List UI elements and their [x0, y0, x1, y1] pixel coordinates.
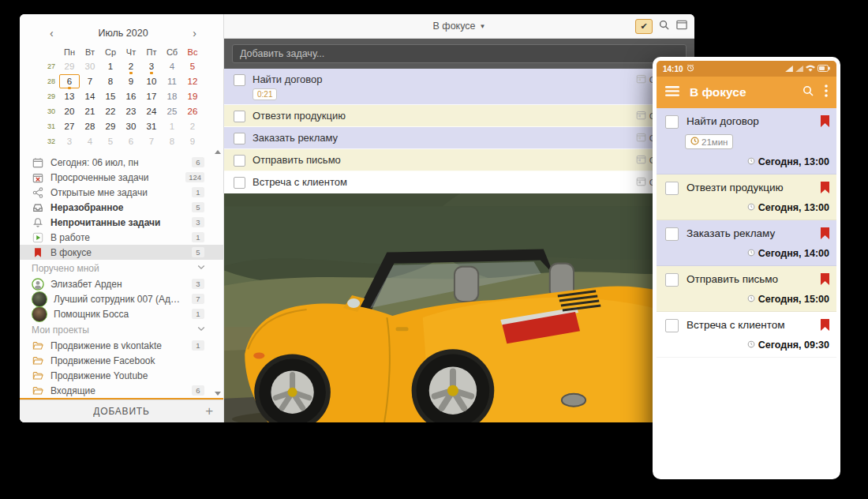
sidebar-item[interactable]: Продвижение Facebook: [20, 353, 223, 368]
mobile-task-row[interactable]: Отвезти продукциюСегодня, 13:00: [657, 174, 836, 220]
calendar-view-icon[interactable]: [675, 19, 688, 33]
calendar-day[interactable]: 13: [59, 89, 80, 103]
checkbox-filter-icon[interactable]: ✔: [635, 19, 653, 34]
calendar-day[interactable]: 1: [100, 59, 121, 73]
calendar-day[interactable]: 4: [162, 59, 182, 73]
sidebar-section-header[interactable]: Поручено мной: [20, 260, 223, 276]
calendar-next-button[interactable]: ›: [193, 27, 196, 39]
sidebar-item[interactable]: В работе1: [20, 230, 223, 245]
mobile-task-row[interactable]: Заказать рекламуСегодня, 14:00: [657, 220, 836, 266]
sidebar-item[interactable]: Открытые мне задачи1: [20, 185, 223, 200]
mobile-task-row[interactable]: Найти договор21минСегодня, 13:00: [657, 108, 836, 174]
chevron-down-icon[interactable]: ▼: [480, 23, 486, 30]
calendar-day[interactable]: 11: [162, 74, 182, 88]
alarm-icon: [687, 64, 694, 73]
calendar-day[interactable]: 29: [100, 119, 121, 133]
calendar-day[interactable]: 8: [162, 134, 182, 148]
task-row[interactable]: Отвезти продукциюСегодня,: [224, 105, 694, 127]
item-count-badge: 124: [185, 172, 204, 182]
calendar-day[interactable]: 6: [121, 134, 141, 148]
sidebar-item[interactable]: Продвижение Youtube: [20, 368, 223, 383]
calendar-day[interactable]: 31: [141, 119, 162, 133]
calendar-day[interactable]: 20: [59, 104, 80, 118]
sidebar-item-label: Продвижение Facebook: [51, 355, 204, 366]
task-row[interactable]: Отправить письмоСегодня,: [224, 149, 694, 171]
sidebar-item[interactable]: Продвижение в vkontakte1: [20, 338, 223, 353]
calendar-day[interactable]: 22: [100, 104, 121, 118]
calendar-day[interactable]: 12: [182, 74, 203, 88]
view-topbar: В фокусе ▼ ✔: [224, 14, 694, 39]
kebab-menu-icon[interactable]: [825, 84, 828, 100]
task-checkbox[interactable]: [665, 115, 679, 129]
add-button[interactable]: ДОБАВИТЬ +: [20, 400, 223, 422]
search-icon[interactable]: [802, 84, 814, 100]
calendar-day[interactable]: 5: [100, 134, 121, 148]
calendar-day[interactable]: 3: [141, 59, 162, 73]
mobile-task-row[interactable]: Встреча с клиентомСегодня, 09:30: [657, 312, 836, 358]
calendar-day[interactable]: 7: [141, 134, 162, 148]
clock-icon: [747, 248, 755, 259]
calendar-day[interactable]: 25: [162, 104, 182, 118]
scroll-up-icon[interactable]: [215, 150, 221, 154]
calendar-day[interactable]: 24: [141, 104, 162, 118]
task-checkbox[interactable]: [665, 182, 679, 195]
add-task-input[interactable]: [232, 44, 687, 63]
task-checkbox[interactable]: [234, 155, 245, 167]
task-row[interactable]: Встреча с клиентомСегодня,: [224, 171, 694, 193]
calendar-day[interactable]: 10: [141, 74, 162, 88]
sidebar-item[interactable]: Лучший сотрудник 007 (Администратор)7: [20, 291, 223, 306]
calendar-day[interactable]: 26: [182, 104, 203, 118]
sidebar-item[interactable]: Сегодня: 06 июл, пн6: [20, 155, 223, 170]
chevron-down-icon: [196, 324, 206, 336]
calendar-day[interactable]: 21: [80, 104, 100, 118]
sidebar-section-header[interactable]: Мои проекты: [20, 321, 223, 338]
task-checkbox[interactable]: [665, 273, 679, 287]
task-checkbox[interactable]: [234, 111, 245, 122]
calendar-day[interactable]: 5: [182, 59, 203, 73]
sidebar-item[interactable]: Входящие6: [20, 383, 223, 398]
calendar-day[interactable]: 18: [162, 89, 182, 103]
task-checkbox[interactable]: [665, 227, 679, 241]
calendar-day[interactable]: 14: [80, 89, 100, 103]
calendar-day[interactable]: 17: [141, 89, 162, 103]
calendar-day[interactable]: 1: [162, 119, 182, 133]
task-checkbox[interactable]: [665, 319, 679, 332]
task-checkbox[interactable]: [234, 133, 245, 144]
task-row[interactable]: Найти договор0:21Сегодня,: [224, 69, 694, 105]
calendar-prev-button[interactable]: ‹: [50, 27, 54, 39]
calendar-day[interactable]: 2: [182, 119, 203, 133]
view-title[interactable]: В фокусе: [433, 21, 476, 32]
calendar-day[interactable]: 4: [80, 134, 100, 148]
task-checkbox[interactable]: [234, 74, 245, 86]
sidebar-item[interactable]: Неразобранное5: [20, 200, 223, 215]
calendar-day[interactable]: 23: [121, 104, 141, 118]
calendar-day[interactable]: 27: [59, 119, 80, 133]
task-checkbox[interactable]: [234, 177, 245, 189]
calendar-day[interactable]: 3: [59, 134, 80, 148]
calendar-day[interactable]: 9: [182, 134, 203, 148]
calendar-day[interactable]: 30: [121, 119, 141, 133]
task-title: Заказать рекламу: [687, 227, 775, 240]
hamburger-menu-icon[interactable]: [665, 85, 679, 99]
task-row[interactable]: Заказать рекламуСегодня,: [224, 127, 694, 149]
search-icon[interactable]: [658, 19, 670, 33]
sidebar-scrollbar[interactable]: [215, 150, 221, 396]
scroll-down-icon[interactable]: [215, 392, 221, 396]
calendar-day[interactable]: 9: [121, 74, 141, 88]
calendar-day[interactable]: 6: [59, 74, 80, 88]
calendar-day[interactable]: 28: [80, 119, 100, 133]
sidebar-item[interactable]: Непрочитанные задачи3: [20, 215, 223, 230]
sidebar-item[interactable]: Просроченные задачи124: [20, 170, 223, 185]
calendar-day[interactable]: 15: [100, 89, 121, 103]
calendar-day[interactable]: 16: [121, 89, 141, 103]
mobile-task-row[interactable]: Отправить письмоСегодня, 15:00: [657, 266, 836, 312]
calendar-day[interactable]: 30: [80, 59, 100, 73]
calendar-day[interactable]: 29: [59, 59, 80, 73]
sidebar-item[interactable]: Помощник Босса1: [20, 306, 223, 321]
calendar-day[interactable]: 19: [182, 89, 203, 103]
calendar-day[interactable]: 8: [100, 74, 121, 88]
calendar-day[interactable]: 2: [121, 59, 141, 73]
calendar-day[interactable]: 7: [80, 74, 100, 88]
sidebar-item[interactable]: Элизабет Арден3: [20, 276, 223, 291]
sidebar-item[interactable]: В фокусе5: [20, 245, 223, 260]
